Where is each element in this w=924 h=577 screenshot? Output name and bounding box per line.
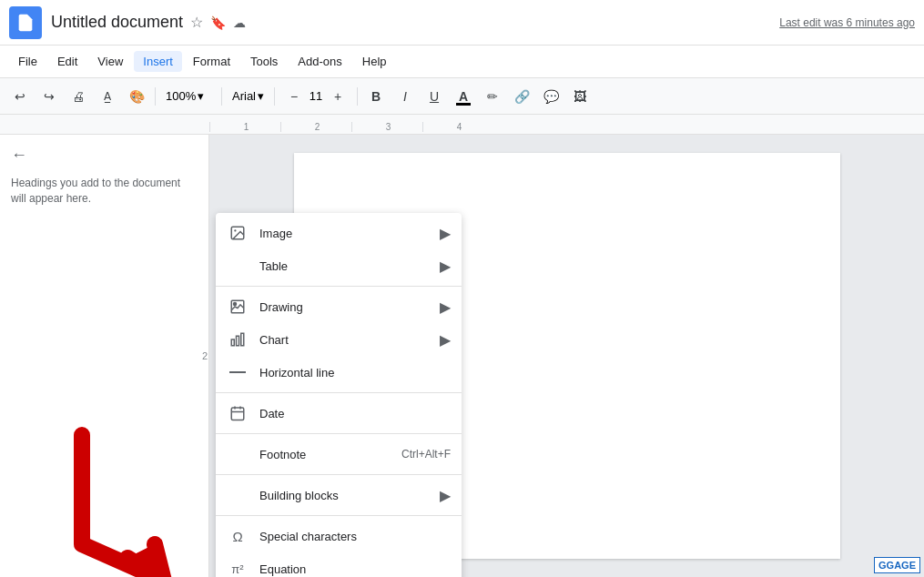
menu-item-special-characters[interactable]: Ω Special characters bbox=[216, 520, 462, 552]
font-color-bar bbox=[456, 103, 471, 106]
paint-format-button[interactable]: 🎨 bbox=[124, 84, 149, 109]
toolbar-divider-4 bbox=[357, 87, 358, 106]
drawing-icon bbox=[227, 296, 249, 318]
divider-2 bbox=[216, 392, 462, 393]
redo-button[interactable]: ↪ bbox=[36, 84, 62, 109]
menu-item-chart[interactable]: Chart ▶ bbox=[216, 323, 462, 356]
footnote-icon bbox=[227, 443, 249, 465]
font-name-select[interactable]: Arial ▾ bbox=[228, 86, 269, 106]
svg-point-7 bbox=[234, 303, 237, 306]
menu-item-date-label: Date bbox=[259, 407, 451, 420]
last-edit-text[interactable]: Last edit was 6 minutes ago bbox=[779, 16, 915, 29]
menu-item-equation-label: Equation bbox=[259, 562, 451, 576]
menu-format[interactable]: Format bbox=[184, 51, 239, 72]
font-name-label: Arial bbox=[232, 89, 256, 103]
menu-item-special-characters-label: Special characters bbox=[259, 530, 451, 543]
table-arrow-icon: ▶ bbox=[440, 258, 451, 275]
font-size-increase[interactable]: + bbox=[329, 84, 347, 109]
font-size-value[interactable]: 11 bbox=[305, 89, 327, 103]
menu-item-equation[interactable]: π² Equation bbox=[216, 552, 462, 577]
menu-help[interactable]: Help bbox=[353, 51, 396, 72]
divider-4 bbox=[216, 474, 462, 475]
ruler-content: 1 2 3 4 bbox=[209, 122, 493, 132]
ruler-mark-2: 2 bbox=[280, 122, 351, 132]
zoom-select[interactable]: 100% ▾ bbox=[161, 86, 216, 106]
svg-rect-8 bbox=[231, 339, 234, 346]
image-arrow-icon: ▶ bbox=[440, 225, 451, 242]
doc-title: Untitled document bbox=[51, 13, 183, 32]
date-icon bbox=[227, 402, 249, 424]
font-color-button[interactable]: A bbox=[451, 84, 476, 109]
bold-button[interactable]: B bbox=[363, 84, 389, 109]
chart-arrow-icon: ▶ bbox=[440, 331, 451, 349]
toolbar-divider-3 bbox=[274, 87, 275, 106]
menu-item-footnote[interactable]: Footnote Ctrl+Alt+F bbox=[216, 438, 462, 471]
sidebar-back-button[interactable]: ← bbox=[11, 146, 198, 165]
highlight-button[interactable]: ✏ bbox=[480, 84, 505, 109]
title-bar: Untitled document ☆ 🔖 ☁ Last edit was 6 … bbox=[0, 0, 924, 46]
menu-item-chart-label: Chart bbox=[259, 333, 440, 347]
menu-item-horizontal-line[interactable]: Horizontal line bbox=[216, 356, 462, 389]
menu-item-date[interactable]: Date bbox=[216, 397, 462, 430]
back-arrow-icon: ← bbox=[11, 146, 27, 165]
toolbar: ↩ ↪ 🖨 A̲ 🎨 100% ▾ Arial ▾ − 11 + B I U A… bbox=[0, 78, 924, 115]
comment-button[interactable]: 💬 bbox=[538, 84, 564, 109]
ruler-mark-1: 1 bbox=[209, 122, 280, 132]
main-area: ← Headings you add to the document will … bbox=[0, 135, 924, 577]
svg-point-5 bbox=[234, 229, 236, 231]
zoom-arrow: ▾ bbox=[198, 89, 204, 103]
toolbar-divider-1 bbox=[155, 87, 156, 106]
equation-icon: π² bbox=[227, 558, 249, 577]
drawing-arrow-icon: ▶ bbox=[440, 299, 451, 316]
italic-button[interactable]: I bbox=[392, 84, 418, 109]
menu-file[interactable]: File bbox=[9, 51, 46, 72]
image-button[interactable]: 🖼 bbox=[567, 84, 593, 109]
spell-check-button[interactable]: A̲ bbox=[95, 84, 120, 109]
divider-5 bbox=[216, 515, 462, 516]
menu-bar: File Edit View Insert Format Tools Add-o… bbox=[0, 46, 924, 78]
cloud-icon: ☁ bbox=[233, 15, 246, 30]
page-indicator: 2 bbox=[202, 350, 208, 361]
bookmark-icon[interactable]: 🔖 bbox=[210, 15, 226, 30]
font-color-a: A bbox=[459, 89, 468, 104]
svg-rect-10 bbox=[241, 333, 244, 346]
divider-3 bbox=[216, 433, 462, 434]
print-button[interactable]: 🖨 bbox=[66, 84, 91, 109]
font-size-decrease[interactable]: − bbox=[285, 84, 303, 109]
menu-item-horizontal-line-label: Horizontal line bbox=[259, 366, 451, 380]
menu-insert[interactable]: Insert bbox=[134, 51, 182, 72]
ggage-logo: GGAGE bbox=[874, 557, 920, 573]
underline-button[interactable]: U bbox=[421, 84, 447, 109]
table-icon bbox=[227, 255, 249, 277]
font-name-arrow: ▾ bbox=[258, 89, 264, 103]
chart-icon bbox=[227, 329, 249, 350]
toolbar-divider-2 bbox=[221, 87, 222, 106]
menu-item-footnote-label: Footnote bbox=[259, 448, 401, 461]
zoom-level: 100% bbox=[166, 89, 196, 103]
menu-edit[interactable]: Edit bbox=[48, 51, 86, 72]
star-icon[interactable]: ☆ bbox=[190, 14, 203, 31]
link-button[interactable]: 🔗 bbox=[509, 84, 534, 109]
insert-dropdown-menu: Image ▶ Table ▶ Drawing ▶ Chart ▶ bbox=[216, 213, 462, 577]
menu-item-table-label: Table bbox=[259, 259, 440, 273]
building-blocks-icon bbox=[227, 484, 249, 506]
menu-item-table[interactable]: Table ▶ bbox=[216, 249, 462, 282]
sidebar-info-text: Headings you add to the document will ap… bbox=[11, 176, 198, 207]
menu-view[interactable]: View bbox=[88, 51, 132, 72]
title-info: Untitled document ☆ 🔖 ☁ bbox=[51, 13, 246, 32]
sidebar: ← Headings you add to the document will … bbox=[0, 135, 209, 577]
menu-addons[interactable]: Add-ons bbox=[289, 51, 350, 72]
ruler-mark-4: 4 bbox=[422, 122, 493, 132]
menu-item-image-label: Image bbox=[259, 227, 440, 240]
building-blocks-arrow-icon: ▶ bbox=[440, 487, 451, 504]
menu-item-drawing[interactable]: Drawing ▶ bbox=[216, 290, 462, 323]
undo-button[interactable]: ↩ bbox=[7, 84, 33, 109]
menu-tools[interactable]: Tools bbox=[241, 51, 287, 72]
font-size-control: − 11 + bbox=[280, 83, 351, 110]
menu-item-building-blocks[interactable]: Building blocks ▶ bbox=[216, 479, 462, 511]
google-docs-icon bbox=[9, 6, 42, 39]
ruler-mark-3: 3 bbox=[351, 122, 422, 132]
image-icon bbox=[227, 222, 249, 244]
svg-rect-12 bbox=[231, 408, 244, 420]
menu-item-image[interactable]: Image ▶ bbox=[216, 217, 462, 249]
